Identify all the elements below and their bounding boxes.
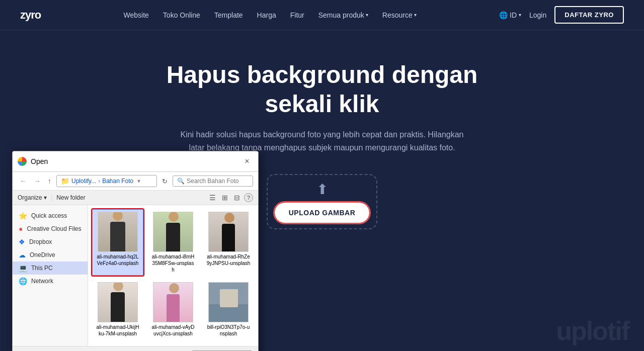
dropbox-icon: ❖: [19, 238, 25, 246]
file-thumb-6: [208, 282, 249, 322]
refresh-button[interactable]: ↻: [160, 177, 170, 186]
up-button[interactable]: ↑: [46, 176, 53, 186]
file-thumb-4: [98, 282, 138, 322]
file-name-4: ali-muhamad-UkijHku-7kM-unsplash: [96, 324, 140, 337]
sidebar-item-dropbox[interactable]: ❖ Dropbox: [13, 235, 88, 248]
files-grid: ali-muhamad-hq2LVeFz4a0-unsplash ali-muh…: [92, 209, 254, 339]
file-name-2: ali-muhamad-i8mH35M8FSw-unsplash: [151, 253, 195, 273]
sidebar-item-network[interactable]: 🌐 Network: [13, 275, 88, 288]
search-input[interactable]: [187, 178, 249, 185]
file-name-1: ali-muhamad-hq2LVeFz4a0-unsplash: [96, 253, 140, 267]
new-folder-button[interactable]: New folder: [56, 194, 85, 201]
folder-icon: 📁: [61, 177, 69, 185]
files-area: ali-muhamad-hq2LVeFz4a0-unsplash ali-muh…: [88, 205, 258, 346]
sidebar-item-creative-cloud[interactable]: ● Creative Cloud Files: [13, 222, 88, 235]
file-name-6: bill-rpiO3N3Tp7o-unsplash: [206, 324, 251, 337]
breadcrumb-bahan-foto[interactable]: Bahan Foto: [102, 178, 133, 185]
view-grid-button[interactable]: ⊞: [220, 193, 230, 203]
dialog-close-button[interactable]: ×: [241, 155, 253, 167]
view-buttons: ☰ ⊞ ⊟ ?: [207, 193, 253, 203]
breadcrumb-bar: 📁 Uplotify... › Bahan Foto ▾: [56, 175, 157, 187]
creative-cloud-icon: ●: [19, 225, 23, 233]
file-thumb-3: [208, 212, 249, 252]
file-thumb-2: [153, 212, 193, 252]
onedrive-icon: ☁: [19, 251, 26, 259]
forward-button[interactable]: →: [32, 176, 43, 186]
file-item-3[interactable]: ali-muhamad-RhZe9yJNPSU-unsplash: [203, 209, 254, 276]
file-name-3: ali-muhamad-RhZe9yJNPSU-unsplash: [206, 253, 251, 267]
help-button[interactable]: ?: [244, 193, 253, 202]
chevron-down-icon[interactable]: ▾: [137, 178, 140, 185]
network-icon: 🌐: [19, 277, 27, 285]
dialog-address-bar: ← → ↑ 📁 Uplotify... › Bahan Foto ▾ ↻ 🔍: [13, 172, 258, 191]
file-thumb-1: [98, 212, 138, 252]
dialog-titlebar: Open ×: [13, 151, 258, 172]
dialog-title-text: Open: [31, 157, 48, 165]
open-file-dialog: Open × ← → ↑ 📁 Uplotify... › Bahan Foto …: [12, 151, 259, 351]
sidebar-item-onedrive[interactable]: ☁ OneDrive: [13, 248, 88, 261]
dialog-main: ⭐ Quick access ● Creative Cloud Files ❖ …: [13, 205, 258, 346]
sidebar-item-this-pc[interactable]: 💻 This PC: [13, 261, 88, 275]
computer-icon: 💻: [19, 264, 27, 272]
organize-button[interactable]: Organize ▾: [18, 194, 47, 201]
view-large-button[interactable]: ⊟: [232, 193, 242, 203]
dialog-overlay: Open × ← → ↑ 📁 Uplotify... › Bahan Foto …: [0, 0, 644, 351]
file-item-4[interactable]: ali-muhamad-UkijHku-7kM-unsplash: [92, 280, 143, 339]
chrome-icon: [18, 157, 27, 166]
breadcrumb-uplotify[interactable]: Uplotify...: [71, 178, 96, 185]
star-icon: ⭐: [19, 212, 27, 220]
file-thumb-5: [153, 282, 193, 322]
chevron-down-icon: ▾: [44, 194, 47, 201]
dialog-toolbar: Organize ▾ | New folder ☰ ⊞ ⊟ ?: [13, 191, 258, 205]
dialog-sidebar: ⭐ Quick access ● Creative Cloud Files ❖ …: [13, 205, 88, 346]
file-item-6[interactable]: bill-rpiO3N3Tp7o-unsplash: [203, 280, 254, 339]
view-list-button[interactable]: ☰: [207, 193, 218, 203]
file-item-1[interactable]: ali-muhamad-hq2LVeFz4a0-unsplash: [92, 209, 143, 276]
file-item-2[interactable]: ali-muhamad-i8mH35M8FSw-unsplash: [147, 209, 199, 276]
search-box: 🔍: [173, 176, 253, 187]
file-item-5[interactable]: ali-muhamad-vAyDuvcjXcs-unsplash: [147, 280, 199, 339]
dialog-title-area: Open: [18, 157, 48, 166]
sidebar-item-quick-access[interactable]: ⭐ Quick access: [13, 209, 88, 222]
file-name-5: ali-muhamad-vAyDuvcjXcs-unsplash: [151, 324, 195, 337]
search-icon: 🔍: [177, 178, 185, 185]
dialog-bottom: File name: File Khusus Open Cancel: [13, 346, 258, 351]
back-button[interactable]: ←: [18, 176, 29, 186]
